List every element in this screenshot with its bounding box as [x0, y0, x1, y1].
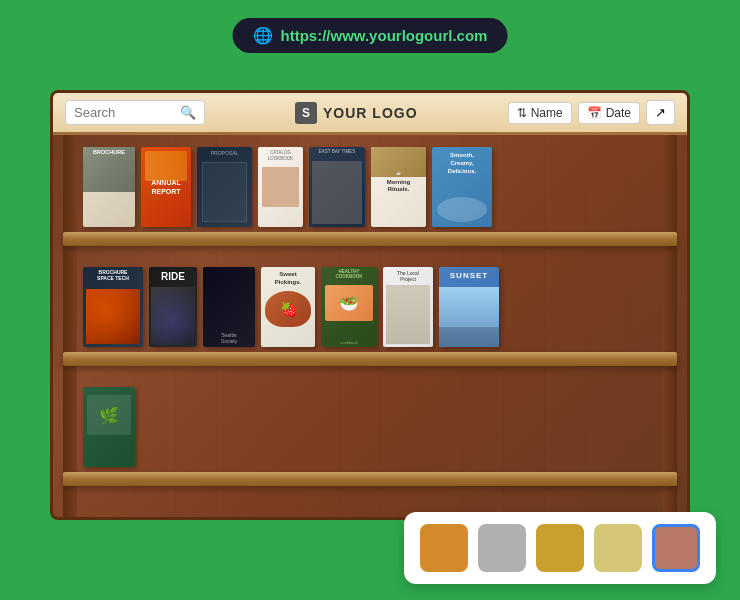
book-brochure1[interactable]: BROCHURE — [83, 147, 135, 227]
color-swatch-gray[interactable] — [478, 524, 526, 572]
shelf-header: 🔍 S YOUR LOGO ⇅ Name 📅 Date ↗ — [53, 93, 687, 135]
color-swatch-light-yellow[interactable] — [594, 524, 642, 572]
shelf-board-2 — [63, 352, 677, 366]
color-swatch-orange[interactable] — [420, 524, 468, 572]
shelf-board-1 — [63, 232, 677, 246]
book-newspaper[interactable]: EAST BAY TIMES — [309, 147, 365, 227]
shelf-right-side — [663, 135, 677, 517]
book-local[interactable]: The LocalProject — [383, 267, 433, 347]
book-proposal[interactable]: PROPOSAL — [197, 147, 252, 227]
date-btn-label: Date — [606, 106, 631, 120]
name-sort-button[interactable]: ⇅ Name — [508, 102, 572, 124]
share-button[interactable]: ↗ — [646, 100, 675, 125]
date-sort-button[interactable]: 📅 Date — [578, 102, 640, 124]
book-smooth[interactable]: Smooth,Creamy,Delicious. — [432, 147, 492, 227]
book-cookbook[interactable]: HEALTHYCOOKBOOK 🥗 cookbook — [321, 267, 377, 347]
book-ride[interactable]: RIDE — [149, 267, 197, 347]
book-sunset[interactable]: SUNSET — [439, 267, 499, 347]
color-swatch-yellow[interactable] — [536, 524, 584, 572]
url-text: https://www.yourlogourl.com — [281, 27, 488, 44]
search-input[interactable] — [74, 105, 174, 120]
book-annual-report[interactable]: ANNUALREPORT — [141, 147, 191, 227]
books-row-3: 🌿 — [83, 385, 657, 467]
color-palette — [404, 512, 716, 584]
bookshelf: 🔍 S YOUR LOGO ⇅ Name 📅 Date ↗ BROCHURE — [50, 90, 690, 520]
book-sweet[interactable]: SweetPickings. 🍓 — [261, 267, 315, 347]
sort-icon: ⇅ — [517, 106, 527, 120]
share-icon: ↗ — [655, 105, 666, 120]
book-catalog[interactable]: CATALOGLOOKBOOK — [258, 147, 303, 227]
book-brochure2[interactable]: BROCHURESPACE TECH — [83, 267, 143, 347]
book-morning-rituals[interactable]: ☕ MorningRituals. — [371, 147, 426, 227]
shelf-board-3 — [63, 472, 677, 486]
shelf-left-side — [63, 135, 77, 517]
url-bar[interactable]: 🌐 https://www.yourlogourl.com — [233, 18, 508, 53]
book-seattle[interactable]: SeattleSociety — [203, 267, 255, 347]
books-row-1: BROCHURE ANNUALREPORT PROPOSAL CATALOGLO… — [83, 145, 657, 227]
logo-letter: S — [295, 102, 317, 124]
color-swatch-rose[interactable] — [652, 524, 700, 572]
name-btn-label: Name — [531, 106, 563, 120]
book-green[interactable]: 🌿 — [83, 387, 135, 467]
search-box[interactable]: 🔍 — [65, 100, 205, 125]
calendar-icon: 📅 — [587, 106, 602, 120]
search-icon: 🔍 — [180, 105, 196, 120]
logo-text: YOUR LOGO — [323, 105, 418, 121]
header-actions: ⇅ Name 📅 Date ↗ — [508, 100, 675, 125]
logo-area: S YOUR LOGO — [215, 102, 498, 124]
books-row-2: BROCHURESPACE TECH RIDE SeattleSociety S… — [83, 265, 657, 347]
globe-icon: 🌐 — [253, 26, 273, 45]
